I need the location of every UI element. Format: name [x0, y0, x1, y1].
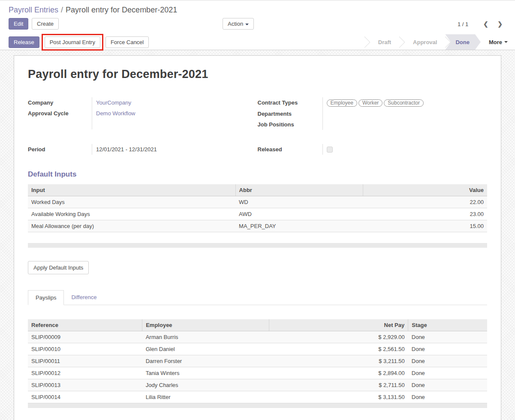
table-footer-bar: [28, 403, 487, 408]
stage-cell[interactable]: Done: [408, 331, 487, 343]
period-value: 12/01/2021 - 12/31/2021: [92, 144, 258, 155]
value-cell[interactable]: 15.00: [363, 220, 487, 232]
payslips-tab-content: Reference Employee Net Pay Stage SLIP/00…: [28, 305, 487, 408]
company-label: Company: [28, 97, 92, 108]
field-group-right-bottom: Released: [258, 144, 488, 155]
reference-cell[interactable]: SLIP/00013: [28, 379, 142, 391]
action-dropdown-label: Action: [228, 21, 243, 27]
release-button[interactable]: Release: [9, 36, 39, 48]
post-journal-entry-button[interactable]: Post Journal Entry: [45, 36, 100, 48]
field-group-right-top: Contract Types EmployeeWorkerSubcontract…: [258, 97, 488, 130]
table-footer-bar: [28, 243, 487, 248]
tab-payslips[interactable]: Payslips: [28, 290, 64, 305]
net-pay-cell[interactable]: $ 3,131.50: [269, 391, 408, 403]
reference-cell[interactable]: SLIP/00012: [28, 367, 142, 379]
content-area: Payroll entry for December-2021 Company …: [0, 50, 515, 420]
column-header-employee[interactable]: Employee: [142, 319, 269, 331]
pager-count: 1 / 1: [458, 21, 468, 27]
status-step-more-dropdown[interactable]: More: [481, 34, 515, 50]
default-inputs-table: Input Abbr Value Worked Days WD 22.00 Av…: [28, 184, 487, 232]
chevron-down-icon: [504, 41, 508, 43]
net-pay-cell[interactable]: $ 2,929.00: [269, 331, 408, 343]
employee-cell[interactable]: Darren Forster: [142, 355, 269, 367]
page-title: Payroll entry for December-2021: [28, 68, 487, 81]
field-group-left-bottom: Period 12/01/2021 - 12/31/2021: [28, 144, 258, 155]
pager-next-button[interactable]: ❯: [494, 21, 506, 27]
stage-cell[interactable]: Done: [408, 367, 487, 379]
abbr-cell[interactable]: AWD: [235, 208, 363, 220]
input-cell[interactable]: Worked Days: [28, 196, 235, 208]
stage-cell[interactable]: Done: [408, 343, 487, 355]
employee-cell[interactable]: Tania Winters: [142, 367, 269, 379]
step-separator-icon: [399, 34, 405, 50]
period-label: Period: [28, 144, 92, 155]
net-pay-cell[interactable]: $ 2,561.50: [269, 343, 408, 355]
status-steps: Draft Approval Done More: [364, 34, 515, 50]
apply-default-inputs-button[interactable]: Apply Default Inputs: [28, 261, 89, 274]
column-header-stage[interactable]: Stage: [408, 319, 487, 331]
pager-previous-button[interactable]: ❮: [479, 21, 492, 27]
statusbar: Release Post Journal Entry Force Cancel …: [0, 34, 515, 50]
column-header-input[interactable]: Input: [28, 184, 235, 196]
approval-cycle-label: Approval Cycle: [28, 108, 92, 119]
net-pay-cell[interactable]: $ 2,894.00: [269, 367, 408, 379]
abbr-cell[interactable]: MA_PER_DAY: [235, 220, 363, 232]
job-positions-value: [322, 119, 488, 130]
chevron-down-icon: [245, 24, 249, 25]
column-header-reference[interactable]: Reference: [28, 319, 142, 331]
table-row[interactable]: SLIP/00012 Tania Winters $ 2,894.00 Done: [28, 367, 487, 379]
net-pay-cell[interactable]: $ 2,711.50: [269, 379, 408, 391]
status-step-approval[interactable]: Approval: [405, 34, 445, 50]
create-button[interactable]: Create: [32, 18, 59, 30]
action-dropdown-button[interactable]: Action: [223, 18, 254, 30]
column-header-abbr[interactable]: Abbr: [235, 184, 363, 196]
reference-cell[interactable]: SLIP/00010: [28, 343, 142, 355]
table-row[interactable]: SLIP/00013 Jody Charles $ 2,711.50 Done: [28, 379, 487, 391]
breadcrumb: Payroll Entries/Payroll entry for Decemb…: [0, 0, 515, 16]
tab-difference[interactable]: Difference: [64, 290, 104, 305]
force-cancel-button[interactable]: Force Cancel: [105, 36, 149, 48]
released-checkbox[interactable]: [327, 147, 333, 153]
contract-type-tag: Subcontractor: [384, 99, 424, 107]
value-cell[interactable]: 23.00: [363, 208, 487, 220]
table-row[interactable]: Available Working Days AWD 23.00: [28, 208, 487, 220]
payslips-table: Reference Employee Net Pay Stage SLIP/00…: [28, 319, 487, 403]
table-row[interactable]: SLIP/00009 Arman Burris $ 2,929.00 Done: [28, 331, 487, 343]
job-positions-label: Job Positions: [258, 119, 322, 130]
table-row[interactable]: SLIP/00010 Glen Daniel $ 2,561.50 Done: [28, 343, 487, 355]
approval-cycle-value-link[interactable]: Demo Workflow: [96, 110, 136, 117]
breadcrumb-separator: /: [61, 6, 63, 14]
reference-cell[interactable]: SLIP/00014: [28, 391, 142, 403]
employee-cell[interactable]: Arman Burris: [142, 331, 269, 343]
table-row[interactable]: Meal Allowance (per day) MA_PER_DAY 15.0…: [28, 220, 487, 232]
column-header-net-pay[interactable]: Net Pay: [269, 319, 408, 331]
reference-cell[interactable]: SLIP/00009: [28, 331, 142, 343]
table-row[interactable]: SLIP/00014 Lilia Ritter $ 3,131.50 Done: [28, 391, 487, 403]
value-cell[interactable]: 22.00: [363, 196, 487, 208]
stage-cell[interactable]: Done: [408, 355, 487, 367]
employee-cell[interactable]: Jody Charles: [142, 379, 269, 391]
column-header-value[interactable]: Value: [363, 184, 487, 196]
table-row[interactable]: Worked Days WD 22.00: [28, 196, 487, 208]
reference-cell[interactable]: SLIP/00011: [28, 355, 142, 367]
contract-type-tag: Worker: [358, 99, 382, 107]
company-value-link[interactable]: YourCompany: [96, 99, 131, 106]
status-step-draft[interactable]: Draft: [370, 34, 399, 50]
stage-cell[interactable]: Done: [408, 391, 487, 403]
input-cell[interactable]: Available Working Days: [28, 208, 235, 220]
net-pay-cell[interactable]: $ 3,211.50: [269, 355, 408, 367]
input-cell[interactable]: Meal Allowance (per day): [28, 220, 235, 232]
abbr-cell[interactable]: WD: [235, 196, 363, 208]
departments-value: [322, 108, 488, 119]
field-group-left-top: Company YourCompany Approval Cycle Demo …: [28, 97, 258, 130]
employee-cell[interactable]: Lilia Ritter: [142, 391, 269, 403]
toolbar: Edit Create Action 1 / 1 ❮ ❯: [0, 16, 515, 34]
contract-type-tag: Employee: [327, 99, 357, 107]
edit-button[interactable]: Edit: [9, 18, 28, 30]
breadcrumb-parent-link[interactable]: Payroll Entries: [9, 6, 58, 14]
employee-cell[interactable]: Glen Daniel: [142, 343, 269, 355]
top-chrome: Payroll Entries/Payroll entry for Decemb…: [0, 0, 515, 50]
stage-cell[interactable]: Done: [408, 379, 487, 391]
table-row[interactable]: SLIP/00011 Darren Forster $ 3,211.50 Don…: [28, 355, 487, 367]
departments-label: Departments: [258, 108, 322, 119]
